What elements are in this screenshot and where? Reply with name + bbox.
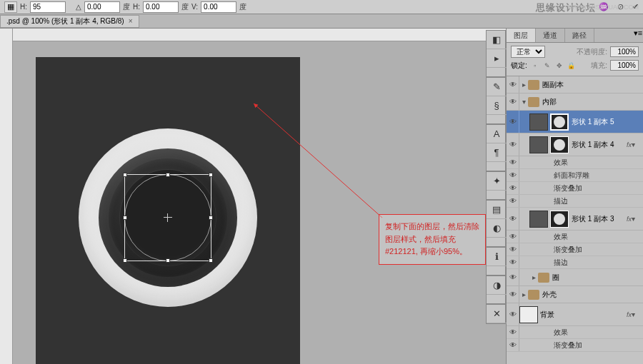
visibility-icon[interactable]: 👁 (507, 303, 519, 325)
handle-bm[interactable] (166, 258, 170, 263)
handle-br[interactable] (209, 258, 213, 263)
lock-position-icon[interactable]: ✥ (554, 61, 564, 71)
layer-group-row[interactable]: 👁 ▸ 圈副本 (507, 76, 643, 93)
dock-swatch-icon[interactable]: ▤ (487, 201, 507, 219)
effect-row[interactable]: 👁效果 (507, 326, 643, 339)
layer-thumb[interactable] (529, 136, 548, 153)
lock-pixels-icon[interactable]: ✎ (542, 61, 552, 71)
tab-paths[interactable]: 路径 (565, 29, 594, 42)
canvas-area[interactable]: 复制下面的图层，然后清除图层样式，然后填充#212121, 再缩小95%。 (0, 29, 506, 364)
fx-expand-icon[interactable]: ▾ (632, 310, 640, 318)
effect-label: 效果 (519, 328, 568, 338)
layer-group-row[interactable]: 👁 ▾ 内部 (507, 93, 643, 111)
visibility-icon[interactable]: 👁 (507, 326, 519, 338)
transform-v-input[interactable] (201, 1, 236, 13)
layer-group-row[interactable]: 👁 ▸ 外壳 (507, 286, 643, 303)
lock-transparent-icon[interactable]: ▫ (530, 61, 540, 71)
visibility-icon[interactable]: 👁 (507, 111, 519, 133)
effect-row[interactable]: 👁渐变叠加 (507, 339, 643, 352)
vector-mask-thumb[interactable] (550, 136, 569, 153)
visibility-icon[interactable]: 👁 (507, 182, 519, 194)
visibility-icon[interactable]: 👁 (507, 231, 519, 243)
vector-mask-thumb[interactable] (550, 211, 569, 228)
layer-thumb[interactable] (529, 211, 548, 228)
layer-thumb[interactable] (519, 306, 538, 323)
visibility-icon[interactable]: 👁 (507, 93, 519, 110)
visibility-icon[interactable]: 👁 (507, 339, 519, 351)
collapse-icon[interactable]: ▸ (519, 81, 528, 89)
visibility-icon[interactable]: 👁 (507, 269, 519, 285)
dock-clone-icon[interactable]: § (487, 96, 507, 115)
dock-tool-icon[interactable]: ✕ (487, 305, 507, 323)
transform-center-icon[interactable] (164, 213, 172, 222)
transform-h2-input[interactable] (143, 1, 179, 13)
effect-row[interactable]: 👁斜面和浮雕 (507, 169, 643, 182)
dock-nav-icon[interactable]: ✦ (487, 172, 507, 191)
expand-icon[interactable]: ▾ (519, 98, 528, 106)
visibility-icon[interactable]: 👁 (507, 133, 519, 156)
visibility-icon[interactable]: 👁 (507, 208, 519, 230)
blend-mode-select[interactable]: 正常 (511, 46, 545, 58)
effect-label: 渐变叠加 (519, 245, 582, 255)
tab-channels[interactable]: 通道 (536, 29, 565, 42)
handle-mr[interactable] (209, 216, 213, 220)
collapse-icon[interactable]: ▸ (519, 290, 528, 298)
layer-name: 形状 1 副本 4 (572, 140, 625, 150)
handle-tm[interactable] (166, 173, 170, 177)
tab-layers[interactable]: 图层 (507, 29, 536, 42)
layers-list[interactable]: 👁 ▸ 圈副本 👁 ▾ 内部 👁 形状 1 副本 5 👁 (507, 76, 643, 364)
horizontal-ruler (13, 29, 506, 41)
effect-row[interactable]: 👁描边 (507, 256, 643, 269)
dock-styles-icon[interactable]: ◐ (487, 219, 507, 238)
layer-group-row[interactable]: 👁 ▸ 圈 (507, 269, 643, 286)
vector-mask-thumb[interactable] (550, 113, 569, 131)
dock-info-icon[interactable]: ℹ (487, 248, 507, 266)
visibility-icon[interactable]: 👁 (507, 256, 519, 268)
layer-row[interactable]: 👁 背景 fx ▾ (507, 303, 643, 326)
layer-row[interactable]: 👁 形状 1 副本 4 fx ▾ (507, 133, 643, 156)
field-label-v: V: (191, 3, 198, 11)
reference-point-icon[interactable]: ▦ (4, 1, 17, 13)
dock-history-icon[interactable]: ◧ (487, 31, 507, 49)
collapse-icon[interactable]: ▸ (529, 273, 538, 281)
fx-expand-icon[interactable]: ▾ (632, 141, 640, 148)
dock-brush-icon[interactable]: ✎ (487, 78, 507, 96)
transform-h-input[interactable] (30, 1, 66, 13)
transform-input-2[interactable] (84, 1, 120, 13)
transform-bounding-box[interactable] (124, 174, 211, 261)
layers-panel: 图层 通道 路径 ▾≡ 正常 不透明度: 锁定: ▫ ✎ ✥ 🔒 填充: (506, 29, 643, 364)
dock-adjust-icon[interactable]: ◑ (487, 276, 507, 295)
visibility-icon[interactable]: 👁 (507, 195, 519, 207)
handle-ml[interactable] (123, 216, 127, 220)
dock-para-icon[interactable]: ¶ (487, 143, 507, 162)
visibility-icon[interactable]: 👁 (507, 286, 519, 303)
opacity-input[interactable] (610, 46, 639, 57)
effect-row[interactable]: 👁效果 (507, 231, 643, 243)
effect-row[interactable]: 👁渐变叠加 (507, 243, 643, 256)
dock-actions-icon[interactable]: ▸ (487, 49, 507, 68)
document-canvas[interactable] (36, 57, 300, 364)
document-tab[interactable]: .psd @ 100% (形状 1 副本 4, RGB/8) × (0, 15, 139, 28)
lock-all-icon[interactable]: 🔒 (567, 61, 577, 71)
fill-input[interactable] (610, 60, 639, 71)
effect-row[interactable]: 👁渐变叠加 (507, 182, 643, 195)
effect-row[interactable]: 👁描边 (507, 195, 643, 208)
handle-tl[interactable] (123, 173, 127, 177)
visibility-icon[interactable]: 👁 (507, 76, 519, 93)
handle-bl[interactable] (123, 258, 127, 263)
vertical-ruler (0, 29, 13, 364)
close-tab-icon[interactable]: × (129, 17, 133, 25)
visibility-icon[interactable]: 👁 (507, 156, 519, 168)
layer-thumb[interactable] (529, 113, 548, 131)
opacity-label: 不透明度: (577, 47, 607, 57)
visibility-icon[interactable]: 👁 (507, 243, 519, 256)
unit-label-2: 度 (181, 2, 189, 12)
layer-row[interactable]: 👁 形状 1 副本 3 fx ▾ (507, 208, 643, 231)
dock-char-icon[interactable]: A (487, 125, 507, 143)
effect-row[interactable]: 👁效果 (507, 156, 643, 169)
handle-tr[interactable] (209, 173, 213, 177)
visibility-icon[interactable]: 👁 (507, 169, 519, 181)
fx-expand-icon[interactable]: ▾ (632, 215, 640, 223)
layer-row-selected[interactable]: 👁 形状 1 副本 5 (507, 111, 643, 133)
panel-menu-icon[interactable]: ▾≡ (633, 29, 643, 42)
